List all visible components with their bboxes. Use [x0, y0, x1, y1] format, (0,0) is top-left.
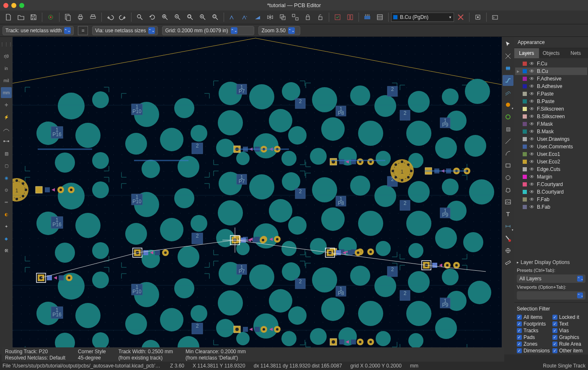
- zoom-select[interactable]: Zoom 3.50 ⌃⌄: [258, 26, 300, 35]
- layer-display-options[interactable]: Layer Display Options: [514, 258, 588, 267]
- layer-row-b-silkscreen[interactable]: 👁B.Silkscreen: [515, 113, 587, 120]
- visibility-eye-icon[interactable]: 👁: [529, 166, 534, 172]
- mirror-v-icon[interactable]: [252, 11, 263, 23]
- add-circle-icon[interactable]: [503, 172, 513, 183]
- layer-row-b-cu[interactable]: ▶👁B.Cu: [515, 67, 587, 75]
- mils-unit-icon[interactable]: mil: [1, 75, 12, 86]
- zone-outline-icon[interactable]: ▢: [1, 160, 12, 171]
- inches-unit-icon[interactable]: in: [1, 63, 12, 74]
- layer-row-f-cu[interactable]: 👁F.Cu: [515, 60, 587, 67]
- layer-row-f-courtyard[interactable]: 👁F.Courtyard: [515, 181, 587, 188]
- tab-layers[interactable]: Layers: [514, 48, 539, 58]
- filter-rule-area[interactable]: ✓Rule Area: [552, 341, 585, 347]
- local-ratsnest-icon[interactable]: [503, 51, 513, 62]
- filter-locked-it[interactable]: ✓Locked it: [552, 314, 585, 320]
- visibility-eye-icon[interactable]: 👁: [529, 121, 534, 127]
- polar-coord-icon[interactable]: r|θ: [1, 51, 12, 62]
- layer-row-f-mask[interactable]: 👁F.Mask: [515, 120, 587, 128]
- checkbox-icon[interactable]: ✓: [517, 328, 522, 333]
- page-settings-icon[interactable]: [62, 11, 74, 23]
- filter-text[interactable]: ✓Text: [552, 321, 585, 327]
- drc-icon[interactable]: [332, 11, 343, 23]
- checkbox-icon[interactable]: ✓: [552, 348, 557, 353]
- schematic-icon[interactable]: [374, 11, 386, 23]
- visibility-eye-icon[interactable]: 👁: [529, 129, 534, 135]
- add-rect-icon[interactable]: [503, 160, 513, 171]
- layer-color-swatch[interactable]: [523, 114, 527, 119]
- filter-tracks[interactable]: ✓Tracks: [517, 328, 550, 334]
- layer-row-f-fab[interactable]: 👁F.Fab: [515, 196, 587, 203]
- layer-color-swatch[interactable]: [523, 175, 527, 179]
- zoom-fit-icon[interactable]: [184, 11, 196, 23]
- layer-row-b-courtyard[interactable]: 👁B.Courtyard: [515, 188, 587, 196]
- checkbox-icon[interactable]: ✓: [552, 321, 557, 326]
- visibility-eye-icon[interactable]: 👁: [529, 151, 534, 157]
- layer-color-swatch[interactable]: [523, 190, 527, 194]
- open-file-icon[interactable]: [15, 11, 27, 23]
- mm-unit-icon[interactable]: mm: [1, 87, 12, 98]
- close-window[interactable]: [3, 3, 8, 8]
- visibility-eye-icon[interactable]: 👁: [529, 197, 534, 202]
- zoom-out-icon[interactable]: [172, 11, 183, 23]
- footprint-lib-icon[interactable]: [344, 11, 356, 23]
- filter-other-item[interactable]: ✓Other item: [552, 348, 585, 354]
- ratsnest-toggle-icon[interactable]: ⚡: [1, 111, 12, 122]
- rotate-ccw-icon[interactable]: [227, 11, 238, 23]
- visibility-eye-icon[interactable]: 👁: [529, 189, 534, 195]
- layer-row-b-mask[interactable]: 👁B.Mask: [515, 128, 587, 135]
- checkbox-icon[interactable]: ✓: [517, 335, 522, 340]
- layer-color-swatch[interactable]: [523, 182, 527, 186]
- visibility-eye-icon[interactable]: 👁: [529, 144, 534, 150]
- footprint-tool-icon[interactable]: [503, 63, 513, 74]
- pcb-canvas[interactable]: 1 P7 2: [13, 37, 502, 354]
- layer-row-user-eco2[interactable]: 👁User.Eco2: [515, 158, 587, 166]
- visibility-eye-icon[interactable]: 👁: [529, 136, 534, 142]
- zoom-window[interactable]: [19, 3, 24, 8]
- layer-color-swatch[interactable]: [523, 84, 527, 88]
- grid-toggle-icon[interactable]: ⋮⋮⋮: [1, 39, 12, 49]
- add-dimension-icon[interactable]: ▾: [503, 221, 513, 232]
- layer-row-f-adhesive[interactable]: 👁F.Adhesive: [515, 75, 587, 83]
- add-poly-icon[interactable]: [503, 184, 513, 195]
- filter-pads[interactable]: ✓Pads: [517, 334, 550, 340]
- layer-color-swatch[interactable]: [523, 92, 527, 96]
- layer-color-swatch[interactable]: [523, 145, 527, 149]
- zoom-fit-objects-icon[interactable]: [197, 11, 209, 23]
- route-diff-pair-icon[interactable]: [503, 87, 513, 98]
- layer-color-swatch[interactable]: [523, 122, 527, 126]
- add-via-icon[interactable]: [503, 111, 513, 122]
- layer-row-user-drawings[interactable]: 👁User.Drawings: [515, 135, 587, 143]
- properties-icon[interactable]: 🛠: [1, 245, 12, 256]
- find-icon[interactable]: [134, 11, 146, 23]
- delete-tool-icon[interactable]: [503, 233, 513, 244]
- visibility-eye-icon[interactable]: 👁: [529, 61, 534, 67]
- group-icon[interactable]: [277, 11, 289, 23]
- select-tool-icon[interactable]: [503, 39, 513, 49]
- viewports-select[interactable]: ⌃⌄: [517, 291, 585, 300]
- save-icon[interactable]: [28, 11, 39, 23]
- layer-color-swatch[interactable]: [523, 129, 527, 134]
- board-setup-icon[interactable]: [45, 11, 57, 23]
- set-origin-icon[interactable]: [503, 245, 513, 256]
- filter-graphics[interactable]: ✓Graphics: [552, 334, 585, 340]
- presets-select[interactable]: All Layers ⌃⌄: [517, 274, 585, 283]
- auto-track-width-icon[interactable]: =: [78, 26, 88, 35]
- layer-row-b-paste[interactable]: 👁B.Paste: [515, 98, 587, 105]
- visibility-eye-icon[interactable]: 👁: [529, 91, 534, 97]
- visibility-eye-icon[interactable]: 👁: [529, 68, 534, 74]
- layer-row-margin[interactable]: 👁Margin: [515, 173, 587, 181]
- layer-color-swatch[interactable]: [523, 62, 527, 66]
- layer-color-swatch[interactable]: [523, 77, 527, 81]
- ratsnest-curved-icon[interactable]: [1, 124, 12, 135]
- checkbox-icon[interactable]: ✓: [552, 315, 557, 320]
- layer-pair-icon[interactable]: [455, 11, 467, 23]
- status-units[interactable]: mm: [410, 363, 418, 369]
- layer-row-b-adhesive[interactable]: 👁B.Adhesive: [515, 83, 587, 90]
- layer-row-edge-cuts[interactable]: 👁Edge.Cuts: [515, 166, 587, 173]
- visibility-eye-icon[interactable]: 👁: [529, 204, 534, 210]
- refresh-icon[interactable]: [147, 11, 158, 23]
- layer-color-swatch[interactable]: [523, 137, 527, 141]
- via-size-select[interactable]: Via: use netclass sizes ⌃⌄: [92, 26, 158, 35]
- update-pcb-icon[interactable]: [361, 11, 373, 23]
- layer-row-f-silkscreen[interactable]: 👁F.Silkscreen: [515, 105, 587, 113]
